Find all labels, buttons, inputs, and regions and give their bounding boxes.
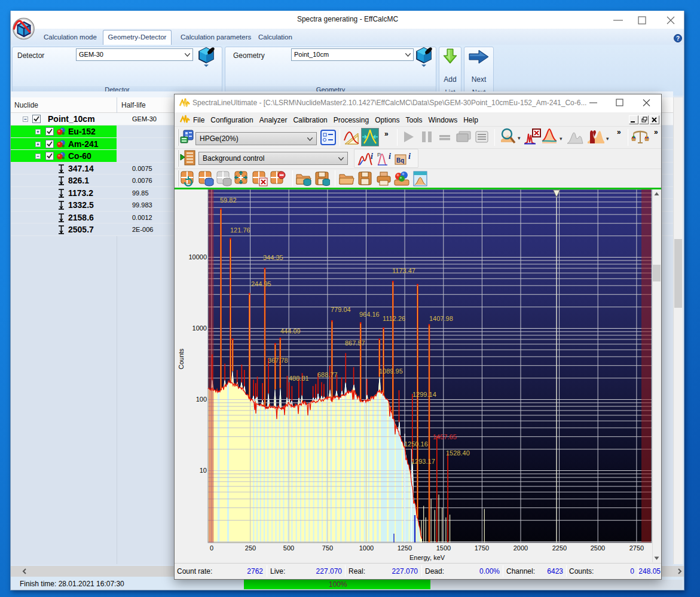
svg-text:1457.65: 1457.65 [433, 433, 457, 440]
svg-text:1407.98: 1407.98 [429, 315, 453, 322]
svg-text:867.57: 867.57 [345, 339, 365, 347]
svg-text:1250.16: 1250.16 [404, 440, 428, 448]
svg-text:1112.26: 1112.26 [383, 315, 405, 322]
svg-text:1528.40: 1528.40 [446, 449, 470, 457]
svg-text:1173.47: 1173.47 [392, 267, 415, 274]
svg-text:964.16: 964.16 [359, 311, 380, 318]
svg-text:779.04: 779.04 [331, 306, 351, 313]
svg-text:488.81: 488.81 [289, 375, 309, 382]
svg-text:1299.14: 1299.14 [412, 391, 436, 398]
svg-text:344.35: 344.35 [263, 254, 283, 261]
svg-text:59.82: 59.82 [220, 197, 237, 204]
svg-text:1089.95: 1089.95 [379, 368, 403, 375]
svg-text:367.78: 367.78 [268, 357, 288, 364]
svg-text:244.95: 244.95 [251, 280, 271, 287]
svg-text:688.77: 688.77 [317, 371, 338, 378]
svg-text:1293.17: 1293.17 [411, 458, 435, 465]
svg-text:121.76: 121.76 [230, 226, 250, 234]
svg-text:444.09: 444.09 [280, 327, 301, 335]
